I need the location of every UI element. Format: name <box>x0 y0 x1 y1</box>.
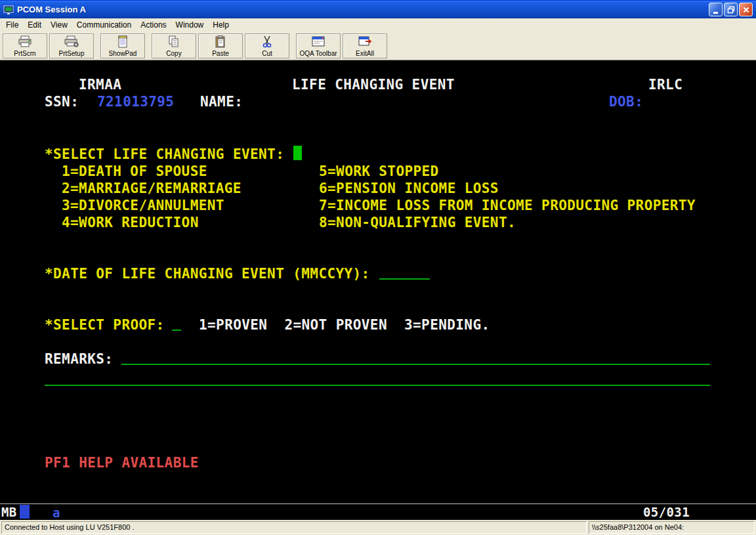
event-option-1: 1=DEATH OF SPOUSE <box>62 164 207 179</box>
statusbar: Connected to Host using LU V251F800 . \\… <box>0 520 756 535</box>
terminal-screen[interactable]: IRMAA LIFE CHANGING EVENT IRLC SSN: 7210… <box>0 60 756 503</box>
prtsetup-button[interactable]: PrtSetup <box>49 33 94 58</box>
ssn-value: 721013795 <box>97 95 174 109</box>
prtscrn-button[interactable]: PrtScrn <box>3 33 47 58</box>
proof-prompt: *SELECT PROOF: <box>45 318 165 332</box>
toolbar: PrtScrn PrtSetup <box>0 32 756 60</box>
select-event-prompt: *SELECT LIFE CHANGING EVENT: <box>45 147 284 161</box>
name-label: NAME: <box>200 95 243 109</box>
menu-item-file[interactable]: File <box>1 19 23 31</box>
showpad-button[interactable]: ShowPad <box>100 33 145 58</box>
oia-session-letter: a <box>52 505 60 520</box>
menu-item-view[interactable]: View <box>46 19 72 31</box>
titlebar: PCOM Session A <box>0 0 756 18</box>
dob-label: DOB: <box>609 95 643 109</box>
minimize-icon <box>711 5 721 14</box>
proof-options: 1=PROVEN 2=NOT PROVEN 3=PENDING. <box>199 318 490 332</box>
print-setup-icon <box>64 35 79 49</box>
event-option-4: 4=WORK REDUCTION <box>62 215 199 230</box>
paste-button[interactable]: Paste <box>198 33 243 58</box>
program-code-left: IRMAA <box>79 77 121 92</box>
copy-icon <box>166 35 182 49</box>
menu-item-actions[interactable]: Actions <box>136 19 171 31</box>
oia-indicator-block <box>20 505 30 519</box>
restore-icon <box>726 5 736 14</box>
paste-icon <box>213 35 228 49</box>
notepad-icon <box>115 35 131 49</box>
remarks-label: REMARKS: <box>45 352 113 366</box>
ssn-label: SSN: <box>45 95 79 109</box>
tool-label: ShowPad <box>109 50 137 57</box>
window-toolbar-icon <box>310 35 326 49</box>
program-code-right: IRLC <box>648 77 682 92</box>
minimize-button[interactable] <box>709 3 723 16</box>
menu-item-window[interactable]: Window <box>171 19 209 31</box>
event-option-8: 8=NON-QUALIFYING EVENT. <box>319 215 516 230</box>
pcom-window: PCOM Session A File Edit View Communicat… <box>0 0 756 535</box>
event-option-5: 5=WORK STOPPED <box>319 164 439 179</box>
menubar: File Edit View Communication Actions Win… <box>0 18 756 32</box>
oia-status: MB <box>1 505 17 519</box>
tool-label: Paste <box>212 50 229 57</box>
print-screen-icon <box>17 35 33 49</box>
tool-label: PrtScrn <box>14 50 35 57</box>
close-icon <box>742 5 751 14</box>
window-title: PCOM Session A <box>17 5 707 14</box>
date-prompt: *DATE OF LIFE CHANGING EVENT (MMCCYY): <box>45 267 370 281</box>
event-option-6: 6=PENSION INCOME LOSS <box>319 181 499 196</box>
screen-title: LIFE CHANGING EVENT <box>292 77 455 92</box>
select-event-input-cursor[interactable] <box>293 146 302 160</box>
host-info: \\s25faa8\P312004 on Ne04: <box>589 521 755 534</box>
scissors-icon <box>259 35 275 49</box>
menu-item-communication[interactable]: Communication <box>72 19 136 31</box>
app-icon <box>3 4 14 16</box>
event-option-2: 2=MARRIAGE/REMARRIAGE <box>62 181 242 196</box>
oia-status-row: MB a 05/031 <box>0 503 756 520</box>
tool-label: Copy <box>166 50 181 57</box>
tool-label: Cut <box>262 50 272 57</box>
cut-button[interactable]: Cut <box>245 33 289 58</box>
close-button[interactable] <box>739 3 753 16</box>
help-message: PF1 HELP AVAILABLE <box>45 456 199 470</box>
copy-button[interactable]: Copy <box>152 33 196 58</box>
tool-label: OQA Toolbar <box>299 50 337 57</box>
date-input-field[interactable] <box>379 278 430 280</box>
proof-input-field[interactable] <box>172 330 181 331</box>
menu-item-help[interactable]: Help <box>208 19 234 31</box>
remarks-input-field-line1[interactable] <box>121 364 710 365</box>
remarks-input-field-line2[interactable] <box>45 385 710 386</box>
tool-label: ExitAll <box>356 50 374 57</box>
restore-button[interactable] <box>724 3 738 16</box>
event-option-3: 3=DIVORCE/ANNULMENT <box>62 198 224 213</box>
oia-cursor-position: 05/031 <box>643 505 690 519</box>
connection-status: Connected to Host using LU V251F800 . <box>1 521 587 534</box>
exit-all-icon <box>357 35 373 49</box>
event-option-7: 7=INCOME LOSS FROM INCOME PRODUCING PROP… <box>319 198 696 213</box>
tool-label: PrtSetup <box>59 50 85 57</box>
oqa-toolbar-button[interactable]: OQA Toolbar <box>296 33 341 58</box>
exitall-button[interactable]: ExitAll <box>343 33 387 58</box>
menu-item-edit[interactable]: Edit <box>23 19 46 31</box>
